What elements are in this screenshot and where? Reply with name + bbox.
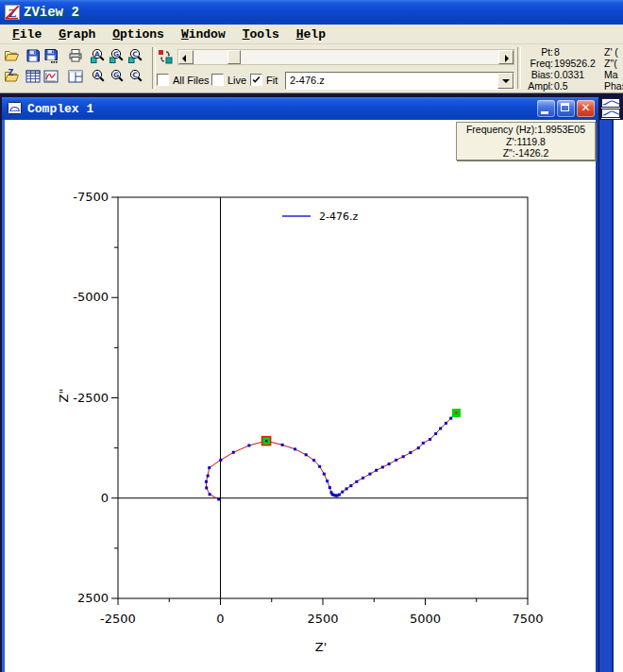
x-tick-label: 0: [216, 612, 224, 626]
data-point-marker: [217, 498, 220, 501]
data-point-marker: [362, 477, 364, 479]
data-point-marker: [205, 480, 208, 483]
data-point-marker: [318, 465, 321, 468]
data-point-marker: [341, 491, 344, 494]
data-point-marker: [381, 465, 384, 468]
y-axis-title: Z": [57, 389, 71, 403]
data-point-marker: [402, 455, 405, 458]
data-point-marker: [349, 484, 352, 487]
data-point-marker: [219, 459, 222, 462]
tooltip-line: Z':1119.8: [457, 136, 595, 148]
x-axis-title: Z': [315, 640, 327, 654]
data-point-marker: [445, 422, 447, 425]
data-point-marker: [422, 442, 425, 445]
data-point-marker: [328, 486, 331, 489]
data-point-marker: [209, 493, 211, 496]
data-point-marker: [409, 451, 412, 454]
data-point-marker: [388, 462, 391, 465]
tooltip-line: Z":-1426.2: [457, 147, 595, 160]
data-point-marker: [281, 444, 284, 446]
data-point-marker: [449, 417, 452, 420]
data-point-marker: [429, 438, 431, 441]
data-point-marker: [312, 459, 315, 462]
plot-frame: [118, 197, 528, 598]
data-point-marker: [355, 480, 358, 483]
data-point-marker: [439, 427, 442, 429]
data-point-marker: [305, 453, 308, 456]
data-point-marker: [417, 446, 420, 449]
x-tick-label: 5000: [410, 612, 441, 626]
data-point-marker: [207, 475, 210, 478]
data-point-marker: [323, 473, 326, 476]
y-tick-label: -2500: [73, 391, 109, 405]
y-tick-label: -5000: [73, 290, 109, 304]
y-tick-label: -7500: [73, 190, 109, 204]
data-point-marker: [247, 444, 250, 446]
x-tick-label: 2500: [307, 612, 338, 626]
x-tick-label: 7500: [512, 612, 543, 626]
data-point-marker: [395, 459, 397, 462]
data-point-marker: [368, 473, 371, 476]
legend-label: 2-476.z: [319, 210, 358, 223]
data-point-marker: [326, 479, 328, 482]
data-point-marker: [205, 486, 208, 489]
nyquist-plot[interactable]: -25000250050007500-7500-5000-250002500Z'…: [0, 0, 623, 672]
zview-application-window: Z ZView 2 FileGraphOptionsWindowToolsHel…: [0, 0, 623, 672]
data-point-marker: [434, 432, 437, 435]
data-point-marker: [294, 447, 296, 450]
data-point-marker: [338, 494, 341, 496]
selected-point-dot: [265, 440, 267, 442]
tooltip-line: Frequency (Hz):1.9953E05: [457, 124, 595, 136]
data-line: [206, 413, 456, 500]
point-readout-tooltip: Frequency (Hz):1.9953E05Z':1119.8Z":-142…: [456, 122, 596, 160]
y-tick-label: 0: [101, 491, 109, 505]
x-tick-label: -2500: [100, 612, 136, 626]
data-point-marker: [232, 451, 235, 454]
data-point-marker: [375, 469, 378, 472]
data-point-marker: [208, 466, 210, 469]
end-point-dot: [455, 412, 457, 413]
data-point-marker: [345, 487, 348, 490]
y-tick-label: 2500: [77, 591, 109, 605]
